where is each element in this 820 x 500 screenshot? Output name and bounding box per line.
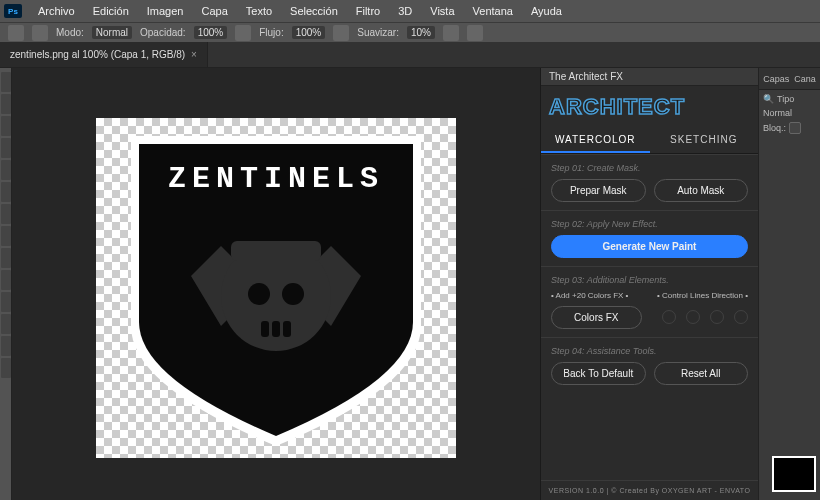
layer-thumbnail[interactable] bbox=[772, 456, 816, 492]
smooth-label: Suavizar: bbox=[357, 27, 399, 38]
close-tab-icon[interactable]: × bbox=[191, 49, 197, 60]
search-icon[interactable]: 🔍 bbox=[763, 94, 774, 104]
menu-3d[interactable]: 3D bbox=[390, 2, 420, 20]
document-tab[interactable]: zentinels.png al 100% (Capa 1, RGB/8) × bbox=[0, 42, 208, 67]
plugin-tabs: WATERCOLOR SKETCHING bbox=[541, 128, 758, 154]
menu-imagen[interactable]: Imagen bbox=[139, 2, 192, 20]
opacity-label: Opacidad: bbox=[140, 27, 186, 38]
direction-2-icon[interactable] bbox=[686, 310, 700, 324]
step2-label: Step 02: Apply New Effect. bbox=[551, 219, 748, 229]
brush-tool[interactable] bbox=[1, 182, 11, 202]
plugin-panel: The Architect FX ARCHITECT WATERCOLOR SK… bbox=[540, 68, 758, 500]
lasso-tool[interactable] bbox=[1, 116, 11, 136]
tools-panel bbox=[0, 68, 12, 500]
shape-tool[interactable] bbox=[1, 314, 11, 334]
step4-label: Step 04: Assistance Tools. bbox=[551, 346, 748, 356]
pressure-opacity-icon[interactable] bbox=[235, 25, 251, 41]
menu-seleccion[interactable]: Selección bbox=[282, 2, 346, 20]
eyedropper-tool[interactable] bbox=[1, 160, 11, 180]
svg-rect-1 bbox=[231, 241, 321, 261]
canvas-area[interactable]: ZENTINELS bbox=[12, 68, 540, 500]
control-lines-label: • Control Lines Direction • bbox=[657, 291, 748, 300]
lock-icon[interactable] bbox=[789, 122, 801, 134]
hand-tool[interactable] bbox=[1, 336, 11, 356]
zoom-tool[interactable] bbox=[1, 358, 11, 378]
document-canvas[interactable]: ZENTINELS bbox=[96, 118, 456, 458]
menu-archivo[interactable]: Archivo bbox=[30, 2, 83, 20]
direction-1-icon[interactable] bbox=[662, 310, 676, 324]
step3-label: Step 03: Additional Elements. bbox=[551, 275, 748, 285]
shuffle-icon[interactable] bbox=[710, 310, 724, 324]
document-tabbar: zentinels.png al 100% (Capa 1, RGB/8) × bbox=[0, 42, 820, 68]
svg-rect-6 bbox=[283, 321, 291, 337]
colors-fx-button[interactable]: Colors FX bbox=[551, 306, 642, 329]
menu-vista[interactable]: Vista bbox=[422, 2, 462, 20]
plugin-brand: ARCHITECT bbox=[541, 86, 758, 128]
flow-label: Flujo: bbox=[259, 27, 283, 38]
generate-paint-button[interactable]: Generate New Paint bbox=[551, 235, 748, 258]
brush-size-icon[interactable] bbox=[32, 25, 48, 41]
smooth-value[interactable]: 10% bbox=[407, 26, 435, 39]
eraser-tool[interactable] bbox=[1, 226, 11, 246]
stamp-tool[interactable] bbox=[1, 204, 11, 224]
plugin-footer: VERSION 1.0.0 | © Created By OXYGEN ART … bbox=[541, 480, 758, 500]
tab-watercolor[interactable]: WATERCOLOR bbox=[541, 128, 650, 153]
lock-label: Bloq.: bbox=[763, 123, 786, 133]
app-logo: Ps bbox=[4, 4, 22, 18]
flow-value[interactable]: 100% bbox=[292, 26, 326, 39]
plugin-brand-text: ARCHITECT bbox=[549, 94, 750, 120]
tab-sketching[interactable]: SKETCHING bbox=[650, 128, 759, 153]
menu-ventana[interactable]: Ventana bbox=[465, 2, 521, 20]
document-tab-title: zentinels.png al 100% (Capa 1, RGB/8) bbox=[10, 49, 185, 60]
svg-point-3 bbox=[282, 283, 304, 305]
mode-label: Modo: bbox=[56, 27, 84, 38]
add-colors-label: • Add +20 Colors FX • bbox=[551, 291, 628, 300]
menu-filtro[interactable]: Filtro bbox=[348, 2, 388, 20]
type-filter[interactable]: Tipo bbox=[777, 94, 794, 104]
plugin-panel-title: The Architect FX bbox=[541, 68, 758, 86]
pen-tool[interactable] bbox=[1, 270, 11, 290]
svg-rect-4 bbox=[261, 321, 269, 337]
disable-icon[interactable] bbox=[734, 310, 748, 324]
svg-point-2 bbox=[248, 283, 270, 305]
marquee-tool[interactable] bbox=[1, 94, 11, 114]
menu-edicion[interactable]: Edición bbox=[85, 2, 137, 20]
settings-gear-icon[interactable] bbox=[443, 25, 459, 41]
mode-select[interactable]: Normal bbox=[92, 26, 132, 39]
reset-all-button[interactable]: Reset All bbox=[654, 362, 749, 385]
gradient-tool[interactable] bbox=[1, 248, 11, 268]
text-tool[interactable] bbox=[1, 292, 11, 312]
layers-tab[interactable]: Capas bbox=[763, 74, 789, 84]
artwork-title: ZENTINELS bbox=[168, 162, 384, 196]
channels-tab[interactable]: Cana bbox=[794, 74, 816, 84]
options-bar: Modo: Normal Opacidad: 100% Flujo: 100% … bbox=[0, 22, 820, 42]
crop-tool[interactable] bbox=[1, 138, 11, 158]
prepare-mask-button[interactable]: Prepar Mask bbox=[551, 179, 646, 202]
auto-mask-button[interactable]: Auto Mask bbox=[654, 179, 749, 202]
blend-mode-select[interactable]: Normal bbox=[763, 108, 816, 118]
menu-texto[interactable]: Texto bbox=[238, 2, 280, 20]
step1-label: Step 01: Create Mask. bbox=[551, 163, 748, 173]
menu-ayuda[interactable]: Ayuda bbox=[523, 2, 570, 20]
brush-preset-icon[interactable] bbox=[8, 25, 24, 41]
layers-panel: Capas Cana 🔍Tipo Normal Bloq.: bbox=[758, 68, 820, 500]
airbrush-icon[interactable] bbox=[333, 25, 349, 41]
move-tool[interactable] bbox=[1, 72, 11, 92]
back-default-button[interactable]: Back To Default bbox=[551, 362, 646, 385]
menu-capa[interactable]: Capa bbox=[193, 2, 235, 20]
svg-rect-5 bbox=[272, 321, 280, 337]
opacity-value[interactable]: 100% bbox=[194, 26, 228, 39]
symmetry-icon[interactable] bbox=[467, 25, 483, 41]
main-menubar: Ps Archivo Edición Imagen Capa Texto Sel… bbox=[0, 0, 820, 22]
